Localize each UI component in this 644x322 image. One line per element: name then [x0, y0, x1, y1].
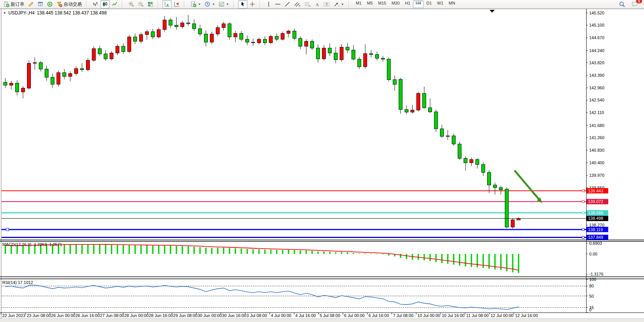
macd-bar	[317, 252, 319, 254]
svg-text:23 Jun 08:00: 23 Jun 08:00	[27, 313, 51, 318]
macd-bar	[465, 254, 466, 266]
data-window-button[interactable]	[36, 0, 45, 8]
new-order-icon	[3, 1, 10, 7]
macd-bar	[99, 244, 100, 254]
svg-text:138.270: 138.270	[589, 223, 604, 227]
macd-bar	[388, 254, 390, 255]
line-handle[interactable]	[582, 228, 584, 231]
svg-text:50: 50	[589, 294, 594, 298]
line-handle[interactable]	[6, 228, 9, 231]
timeframe-button-w1[interactable]: W1	[434, 0, 446, 8]
macd-bar	[483, 254, 484, 268]
macd-bar	[241, 249, 242, 254]
timeframe-button-m30[interactable]: M30	[389, 0, 402, 8]
candle	[57, 71, 60, 87]
macd-bar	[341, 252, 343, 254]
rsi-indicator-label: RSI(14) 17.1012	[2, 280, 33, 285]
svg-text:6 Jul 00:00: 6 Jul 00:00	[344, 313, 365, 318]
equidistant-channel-button[interactable]: E	[292, 0, 302, 8]
svg-text:26 Jun 00:00: 26 Jun 00:00	[51, 313, 75, 318]
candlestick-button[interactable]	[100, 0, 110, 8]
svg-text:4 Jul 16:00: 4 Jul 16:00	[295, 313, 316, 318]
horizontal-line-button[interactable]	[273, 0, 282, 8]
svg-text:10 Jul 00:00: 10 Jul 00:00	[418, 313, 440, 318]
search-button[interactable]	[617, 0, 627, 8]
macd-bar	[182, 246, 183, 254]
macd-bar	[140, 245, 142, 254]
svg-text:143.390: 143.390	[589, 73, 604, 78]
arrows-button[interactable]: ▼	[332, 0, 346, 8]
macd-bar	[365, 253, 366, 254]
indicators-button[interactable]: ▼	[189, 0, 202, 8]
macd-bar	[264, 250, 266, 254]
timeframe-button-h4[interactable]: H4	[413, 0, 424, 8]
svg-text:140.400: 140.400	[589, 160, 604, 165]
chart-ohlc-values: 138.445 138.542 138.437 138.498	[37, 10, 107, 16]
macd-bar	[152, 246, 154, 254]
chevron-down-icon: ▼	[212, 3, 215, 6]
timeframe-button-h1[interactable]: H1	[402, 0, 413, 8]
chart-shift-button[interactable]	[172, 0, 181, 8]
trendline-button[interactable]	[283, 0, 292, 8]
text-label-button[interactable]: T	[322, 0, 332, 8]
price-tag-138.119: 138.119	[587, 227, 608, 232]
indicators-icon	[190, 1, 196, 7]
fibonacci-button[interactable]: F	[303, 0, 312, 8]
svg-text:E: E	[299, 5, 300, 7]
line-handle[interactable]	[582, 200, 584, 203]
zoom-in-button[interactable]	[127, 0, 136, 8]
tile-windows-button[interactable]	[146, 0, 155, 8]
line-chart-button[interactable]	[110, 0, 119, 8]
auto-scroll-button[interactable]	[163, 0, 172, 8]
auto-scroll-icon	[164, 1, 170, 7]
one-click-trading-toggle[interactable]: ▼	[3, 11, 6, 15]
macd-bar	[311, 251, 313, 254]
macd-bar	[294, 250, 295, 254]
chat-button[interactable]: 1	[630, 0, 640, 8]
macd-bar	[300, 251, 301, 254]
timeframe-button-mn[interactable]: MN	[446, 0, 458, 8]
svg-text:7 Jul 08:00: 7 Jul 08:00	[393, 313, 413, 318]
vertical-line-button[interactable]	[265, 0, 273, 8]
templates-button[interactable]: ▼	[217, 0, 231, 8]
price-tag-137.849: 137.849	[587, 235, 608, 240]
timeframe-button-m5[interactable]: M5	[364, 0, 375, 8]
macd-bar	[5, 246, 6, 254]
line-handle[interactable]	[582, 236, 584, 238]
chart-canvas[interactable]: 145.520145.100144.670144.240143.820143.3…	[0, 0, 644, 322]
bar-chart-button[interactable]	[91, 0, 100, 8]
macd-bar	[199, 247, 201, 254]
svg-text:12 Jul 16:00: 12 Jul 16:00	[515, 313, 538, 318]
cursor-icon	[240, 1, 246, 7]
timeframe-button-m15[interactable]: M15	[375, 0, 389, 8]
text-label-icon: T	[323, 1, 330, 7]
macd-bar	[512, 254, 513, 272]
rsi-name: RSI(14)	[2, 280, 17, 285]
cursor-button[interactable]	[238, 0, 247, 8]
macd-bar	[270, 250, 272, 254]
signals-button[interactable]	[45, 0, 54, 8]
text-button[interactable]: A	[313, 0, 321, 8]
svg-text:28 Jun 00:00: 28 Jun 00:00	[124, 313, 149, 318]
line-handle[interactable]	[582, 212, 584, 214]
svg-text:F: F	[309, 5, 311, 7]
macd-bar	[146, 245, 148, 254]
svg-text:10 Jul 16:00: 10 Jul 16:00	[442, 313, 465, 318]
autotrading-button[interactable]: 自动交易	[55, 0, 83, 8]
svg-text:T: T	[325, 2, 328, 6]
periods-button[interactable]: ▼	[203, 0, 217, 8]
timeframe-button-m1[interactable]: M1	[353, 0, 364, 8]
profiles-icon	[28, 1, 34, 7]
macd-bar	[134, 245, 136, 254]
profiles-button[interactable]	[26, 0, 35, 8]
line-handle[interactable]	[582, 190, 584, 192]
svg-text:30 Jun 00:00: 30 Jun 00:00	[198, 313, 222, 318]
crosshair-button[interactable]	[248, 0, 257, 8]
zoom-out-button[interactable]	[136, 0, 145, 8]
macd-bar	[123, 245, 124, 254]
svg-text:140.830: 140.830	[589, 148, 604, 152]
svg-text:144.670: 144.670	[589, 35, 604, 40]
new-order-button[interactable]: 新订单	[2, 0, 26, 8]
timeframe-button-d1[interactable]: D1	[424, 0, 434, 8]
svg-text:141.680: 141.680	[589, 123, 604, 128]
